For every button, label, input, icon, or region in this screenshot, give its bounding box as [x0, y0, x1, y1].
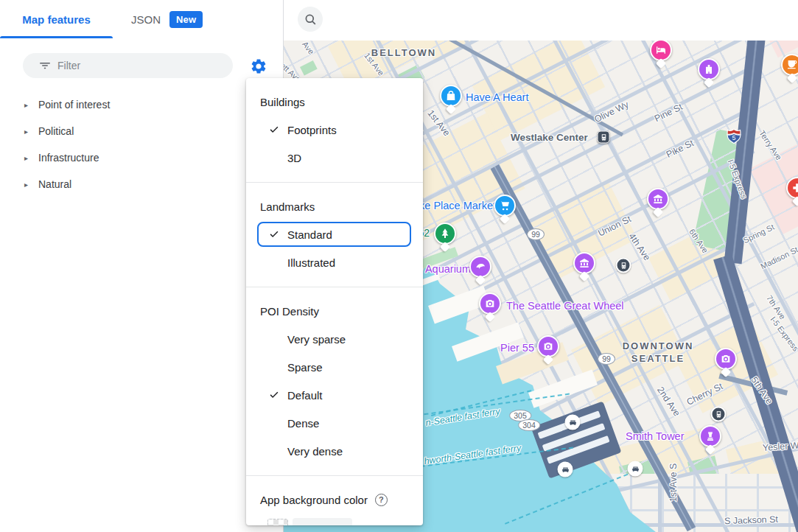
coffee-icon: [786, 59, 798, 71]
option-label: 3D: [287, 152, 301, 164]
option-sparse[interactable]: Sparse: [246, 353, 423, 381]
tower-icon: [704, 430, 716, 442]
train-icon: [599, 133, 608, 141]
search-icon: [304, 13, 318, 27]
option-3d[interactable]: 3D: [246, 144, 423, 172]
map-marker-museum-east[interactable]: [647, 188, 669, 210]
route-shield: 304: [518, 419, 540, 431]
check-icon: [267, 228, 281, 241]
check-icon: [267, 228, 281, 241]
expand-arrow-icon: ▸: [24, 154, 33, 162]
option-default[interactable]: Default: [246, 381, 423, 409]
check-icon: [267, 123, 281, 136]
map-marker-ferry-east[interactable]: [628, 461, 643, 477]
map-marker-ferry-terminal[interactable]: [565, 415, 581, 430]
option-dense[interactable]: Dense: [246, 409, 423, 437]
map-marker-seattle-aquarium[interactable]: [469, 256, 491, 278]
settings-gear-button[interactable]: [248, 56, 269, 77]
check-icon: [267, 123, 281, 136]
tree-item-political[interactable]: ▸Political: [0, 118, 283, 144]
tab-map-features[interactable]: Map features: [0, 0, 113, 38]
map-marker-cafe[interactable]: [781, 54, 798, 76]
map-marker-pier-62-park[interactable]: [434, 223, 456, 245]
tree-item-label: Natural: [38, 178, 71, 190]
dolphin-icon: [475, 261, 486, 273]
tree-item-infrastructure[interactable]: ▸Infrastructure: [0, 144, 283, 171]
settings-section: BuildingsFootprints3D: [246, 78, 423, 182]
option-very-sparse[interactable]: Very sparse: [246, 325, 423, 353]
cart-icon: [499, 200, 511, 211]
camera-icon: [542, 340, 554, 352]
tab-json[interactable]: JSON New: [131, 0, 203, 38]
bed-icon: [655, 44, 667, 56]
ferry-icon: [631, 464, 640, 473]
map-marker-great-wheel[interactable]: [479, 293, 501, 315]
settings-section: LandmarksStandardIllustrated: [246, 182, 423, 287]
ferry-icon: [561, 465, 570, 474]
help-icon[interactable]: ?: [375, 494, 388, 506]
tree-item-natural[interactable]: ▸Natural: [0, 171, 283, 197]
interstate-5-shield: 5: [727, 127, 742, 147]
transparent-swatch[interactable]: [267, 519, 288, 525]
map-marker-pier-55[interactable]: [537, 335, 559, 357]
map-marker-have-a-heart[interactable]: [440, 85, 462, 107]
map-style-editor: Map features JSON New ▸Point of interest…: [0, 0, 798, 532]
building-icon: [703, 63, 715, 75]
check-icon: [267, 388, 281, 402]
map-marker-pioneer-sq-station[interactable]: [711, 407, 727, 422]
filter-field[interactable]: [23, 53, 233, 78]
tree-icon: [439, 228, 451, 239]
tree-item-label: Infrastructure: [38, 152, 99, 164]
route-shield: 99: [527, 228, 545, 240]
option-very-dense[interactable]: Very dense: [246, 437, 423, 465]
option-label: Very dense: [287, 445, 343, 458]
settings-section: App background color?–: [246, 475, 423, 525]
option-standard[interactable]: Standard: [246, 220, 423, 248]
section-title-text: Buildings: [260, 96, 305, 108]
map-toolbar: [284, 0, 798, 41]
train-icon: [619, 261, 628, 270]
tree-item-point-of-interest[interactable]: ▸Point of interest: [0, 91, 283, 118]
tree-item-label: Political: [38, 125, 74, 137]
museum-icon: [578, 257, 590, 269]
color-row: –: [267, 518, 423, 525]
option-label: Very sparse: [287, 333, 346, 346]
map-marker-landmark-building[interactable]: [698, 58, 720, 80]
section-title: Landmarks: [246, 192, 423, 220]
map-marker-pike-place-market[interactable]: [494, 195, 516, 217]
map-marker-museum-university[interactable]: [573, 252, 595, 274]
color-value-field[interactable]: –: [293, 518, 352, 525]
filter-row: [0, 38, 283, 78]
check-icon: [267, 388, 281, 402]
camera-icon: [484, 298, 496, 309]
expand-arrow-icon: ▸: [24, 101, 33, 109]
option-footprints[interactable]: Footprints: [246, 116, 423, 144]
expand-arrow-icon: ▸: [24, 127, 33, 136]
map-marker-ferry-south[interactable]: [558, 462, 573, 477]
svg-text:5: 5: [732, 134, 736, 141]
section-title-text: Landmarks: [260, 200, 315, 213]
option-label: Default: [287, 389, 323, 402]
map-marker-university-st-station[interactable]: [616, 258, 631, 273]
option-label: Dense: [287, 417, 319, 430]
map-marker-westlake-station[interactable]: [598, 131, 610, 144]
section-title: Buildings: [246, 88, 423, 116]
option-label: Sparse: [287, 361, 323, 374]
section-title-text: App background color: [260, 494, 368, 506]
option-illustrated[interactable]: Illustrated: [246, 248, 423, 276]
filter-input[interactable]: [57, 60, 205, 71]
map-marker-downtown-attraction[interactable]: [715, 348, 737, 370]
tab-bar: Map features JSON New: [0, 0, 283, 38]
sidebar: Map features JSON New ▸Point of interest…: [0, 0, 284, 532]
section-title: App background color?: [246, 486, 423, 514]
search-button[interactable]: [298, 7, 323, 32]
option-label: Standard: [287, 228, 332, 241]
map-marker-smith-tower[interactable]: [699, 425, 721, 447]
ferry-icon: [568, 418, 577, 427]
expand-arrow-icon: ▸: [24, 181, 33, 189]
section-title-text: POI Density: [260, 305, 319, 318]
tree-item-label: Point of interest: [38, 99, 110, 111]
tab-json-label: JSON: [131, 13, 161, 26]
tab-map-features-label: Map features: [22, 13, 91, 26]
section-title: POI Density: [246, 297, 423, 325]
